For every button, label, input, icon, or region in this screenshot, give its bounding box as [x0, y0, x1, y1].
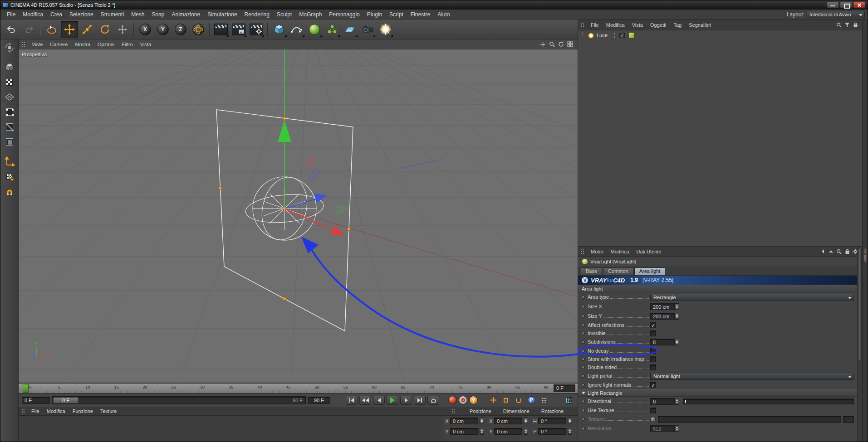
rotate-view-button[interactable] [557, 41, 565, 48]
store-irradiance-checkbox[interactable] [650, 356, 656, 362]
attribute-menu-item[interactable]: Modifica [607, 249, 633, 254]
toggle-views-button[interactable] [566, 41, 574, 48]
size-x-input[interactable]: 200 cm [650, 303, 675, 310]
subdivisions-input[interactable]: 8 [650, 339, 675, 345]
invisible-checkbox[interactable] [650, 330, 656, 336]
subdivisions-stepper[interactable] [675, 339, 679, 345]
anim-dot-icon[interactable] [582, 350, 585, 353]
attribute-menu-item[interactable]: Modo [587, 249, 607, 254]
undo-button[interactable] [3, 21, 20, 38]
light-portal-dropdown[interactable]: Normal light [650, 373, 854, 380]
search-icon[interactable] [836, 22, 842, 28]
menu-item[interactable]: Mesh [128, 11, 148, 18]
object-name[interactable]: Luce [595, 33, 609, 38]
menu-item[interactable]: Strumenti [97, 11, 128, 18]
viewport-menu-item[interactable]: Mostra [71, 42, 94, 47]
live-selection-button[interactable] [43, 21, 60, 38]
object-manager-menu-item[interactable]: Tag [670, 22, 685, 28]
coordinate-system-button[interactable] [190, 21, 207, 38]
prev-key-button[interactable] [359, 396, 371, 405]
texture-axis-mode-button[interactable] [2, 170, 17, 183]
anim-dot-icon[interactable] [582, 332, 585, 335]
goto-end-button[interactable] [414, 396, 426, 405]
object-manager-menu-item[interactable]: Segnalibri [685, 22, 715, 28]
close-button[interactable] [853, 2, 865, 8]
dim-x-input[interactable]: 0 cm [494, 418, 522, 424]
anim-dot-icon[interactable] [582, 315, 585, 318]
record-position-button[interactable] [488, 395, 499, 405]
viewport-menu-item[interactable]: Camere [46, 42, 71, 47]
anim-dot-icon[interactable] [582, 384, 585, 387]
editor-visibility-dot[interactable] [613, 33, 616, 35]
render-picture-viewer-button[interactable] [230, 21, 247, 38]
object-row-luce[interactable]: Luce ✓ [578, 30, 862, 40]
render-visibility-dot[interactable] [613, 36, 616, 38]
model-mode-button[interactable] [2, 60, 17, 74]
dim-x-stepper[interactable] [524, 418, 528, 424]
menu-item[interactable]: MoGraph [295, 11, 325, 18]
no-decay-checkbox[interactable] [650, 348, 656, 354]
texture-preview-button[interactable] [650, 417, 656, 422]
axis-mode-button[interactable] [2, 155, 17, 168]
record-scale-button[interactable] [500, 395, 511, 405]
autokey-button[interactable] [459, 396, 467, 404]
floor-object-button[interactable] [341, 21, 358, 38]
menu-item[interactable]: Modifica [19, 11, 47, 18]
anim-dot-icon[interactable] [582, 296, 585, 299]
array-object-button[interactable] [324, 21, 341, 38]
object-manager-menu-item[interactable]: File [587, 22, 603, 28]
y-axis-lock-button[interactable]: Y [154, 21, 172, 38]
render-view-button[interactable] [212, 21, 230, 38]
resolution-stepper[interactable] [675, 425, 679, 432]
vray-light-tag-icon[interactable] [628, 32, 635, 39]
timeline-slider[interactable]: 0 F 90 F [52, 396, 306, 404]
tab-common[interactable]: Common [603, 267, 633, 275]
viewport-menu-item[interactable]: Opzioni [94, 42, 118, 47]
anim-dot-icon[interactable] [582, 400, 585, 403]
menu-item[interactable]: Simulazione [204, 11, 240, 18]
range-end-input[interactable]: 90 F [308, 397, 330, 404]
attribute-menu-item[interactable]: Dati Utente [633, 249, 665, 254]
workplane-mode-button[interactable] [2, 90, 17, 104]
scrollbar-thumb[interactable] [858, 248, 862, 361]
menu-item[interactable]: Animazione [168, 11, 204, 18]
menu-item[interactable]: Personaggio [325, 11, 363, 18]
pos-x-input[interactable]: 0 cm [450, 418, 478, 424]
anim-dot-icon[interactable] [582, 340, 585, 344]
anim-dot-icon[interactable] [582, 409, 585, 412]
anim-dot-icon[interactable] [582, 305, 585, 308]
use-texture-checkbox[interactable] [650, 408, 656, 413]
slider-handle[interactable] [685, 400, 686, 403]
panel-grip[interactable] [451, 408, 456, 414]
grid-display-button[interactable] [564, 395, 574, 405]
titlebar[interactable]: CINEMA 4D R15.057 Studio - [Senza Titolo… [0, 0, 868, 10]
move-tool-button[interactable] [61, 21, 78, 38]
menu-item[interactable]: File [3, 11, 19, 18]
anim-dot-icon[interactable] [582, 418, 585, 421]
next-frame-button[interactable] [400, 396, 412, 405]
anim-dot-icon[interactable] [582, 366, 585, 369]
texture-browse-button[interactable]: ... [843, 416, 854, 423]
lock-icon[interactable] [844, 248, 850, 254]
panel-grip[interactable] [21, 408, 25, 414]
x-axis-lock-button[interactable]: X [137, 21, 154, 38]
layout-dropdown[interactable]: Interfaccia di Avvio [807, 11, 865, 18]
z-axis-lock-button[interactable]: Z [172, 21, 189, 38]
menu-item[interactable]: Script [386, 11, 407, 18]
pos-x-stepper[interactable] [480, 418, 484, 424]
last-tool-button[interactable] [114, 21, 131, 38]
maximize-button[interactable] [840, 2, 852, 8]
zoom-view-button[interactable] [548, 41, 556, 48]
pos-y-input[interactable]: 0 cm [450, 428, 478, 435]
help-button[interactable]: ? [469, 396, 478, 404]
ignore-normals-checkbox[interactable]: ✓ [650, 382, 656, 388]
attributes-dock-tab[interactable]: Attributi [863, 248, 868, 262]
area-type-dropdown[interactable]: Rectangle [650, 294, 854, 301]
minimize-button[interactable] [827, 2, 839, 8]
object-manager-menu-item[interactable]: Vista [628, 22, 647, 28]
search-icon[interactable] [836, 248, 842, 254]
object-manager-menu-item[interactable]: Modifica [603, 22, 628, 28]
material-menu-item[interactable]: File [28, 408, 43, 414]
pan-view-button[interactable] [539, 41, 547, 48]
range-start-input[interactable]: 0 F [22, 397, 50, 404]
